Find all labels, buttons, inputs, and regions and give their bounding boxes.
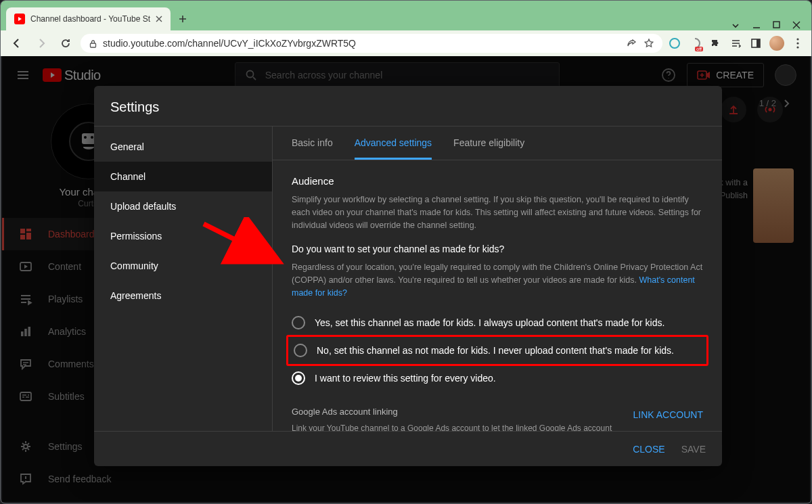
audience-description: Simplify your workflow by selecting a ch… [292, 193, 703, 231]
side-panel-icon[interactable] [749, 37, 763, 50]
settings-modal: Settings General Channel Upload defaults… [94, 86, 722, 466]
chevron-down-icon[interactable] [731, 21, 740, 30]
svg-rect-4 [757, 39, 760, 47]
radio-icon [292, 316, 305, 329]
menu-dots-icon[interactable] [791, 37, 805, 50]
category-general[interactable]: General [94, 132, 272, 162]
radio-label: Yes, set this channel as made for kids. … [315, 317, 664, 328]
forward-button[interactable] [32, 34, 51, 53]
tab-feature-eligibility[interactable]: Feature eligibility [453, 137, 524, 160]
tab-advanced-settings[interactable]: Advanced settings [355, 137, 432, 160]
svg-point-5 [796, 38, 798, 40]
audience-heading: Audience [292, 175, 703, 187]
back-button[interactable] [7, 34, 26, 53]
url-text: studio.youtube.com/channel/UCvY_iICkXoZY… [103, 38, 356, 49]
audience-question: Do you want to set your channel as made … [292, 244, 703, 254]
category-upload-defaults[interactable]: Upload defaults [94, 191, 272, 221]
settings-tabs: Basic info Advanced settings Feature eli… [273, 127, 722, 160]
radio-label: I want to review this setting for every … [315, 373, 496, 384]
minimize-icon[interactable] [752, 21, 761, 29]
svg-point-2 [670, 39, 679, 48]
close-button[interactable]: CLOSE [633, 444, 664, 455]
svg-rect-1 [91, 43, 96, 47]
window-controls [731, 17, 811, 30]
highlight-annotation: No, set this channel as not made for kid… [286, 335, 708, 366]
extension-icons: off [668, 36, 805, 51]
radio-yes-kids[interactable]: Yes, set this channel as made for kids. … [292, 312, 703, 334]
tab-basic-info[interactable]: Basic info [292, 137, 333, 160]
extension-icon-off[interactable]: off [688, 37, 702, 50]
tab-title: Channel dashboard - YouTube St [30, 14, 150, 24]
svg-rect-0 [773, 22, 780, 28]
ads-description: Link your YouTube channel to a Google Ad… [292, 422, 616, 432]
new-tab-button[interactable] [173, 9, 192, 28]
tab-close-icon[interactable] [156, 16, 162, 22]
radio-no-kids[interactable]: No, set this channel as not made for kid… [294, 340, 701, 361]
category-agreements[interactable]: Agreements [94, 281, 272, 311]
browser-toolbar: studio.youtube.com/channel/UCvY_iICkXoZY… [1, 30, 811, 56]
radio-icon-checked [292, 371, 305, 385]
radio-label: No, set this channel as not made for kid… [317, 345, 674, 356]
settings-categories: General Channel Upload defaults Permissi… [94, 127, 273, 431]
window-titlebar: Channel dashboard - YouTube St [1, 1, 811, 30]
settings-content: Audience Simplify your workflow by selec… [273, 160, 722, 431]
category-channel[interactable]: Channel [94, 162, 272, 191]
address-bar[interactable]: studio.youtube.com/channel/UCvY_iICkXoZY… [81, 34, 662, 53]
modal-footer: CLOSE SAVE [94, 431, 722, 466]
close-window-icon[interactable] [792, 21, 800, 29]
youtube-favicon [14, 14, 25, 24]
link-account-button[interactable]: LINK ACCOUNT [633, 407, 703, 423]
bookmark-star-icon[interactable] [644, 38, 654, 49]
reload-button[interactable] [56, 34, 75, 53]
profile-avatar[interactable] [769, 36, 784, 51]
svg-point-7 [796, 46, 798, 48]
audience-legal: Regardless of your location, you're lega… [292, 261, 703, 299]
ads-heading: Google Ads account linking [292, 407, 616, 417]
extensions-puzzle-icon[interactable] [708, 37, 722, 50]
svg-point-6 [796, 42, 798, 44]
extension-icon-gmail[interactable] [668, 37, 681, 50]
lock-icon [89, 39, 97, 48]
radio-review-each[interactable]: I want to review this setting for every … [292, 367, 703, 389]
maximize-icon[interactable] [773, 21, 780, 28]
modal-title: Settings [94, 86, 722, 126]
category-community[interactable]: Community [94, 251, 272, 281]
browser-tab[interactable]: Channel dashboard - YouTube St [6, 7, 171, 30]
reading-list-icon[interactable] [729, 37, 742, 50]
share-icon[interactable] [626, 38, 637, 49]
category-permissions[interactable]: Permissions [94, 221, 272, 251]
radio-icon [294, 344, 307, 357]
save-button[interactable]: SAVE [681, 444, 706, 455]
